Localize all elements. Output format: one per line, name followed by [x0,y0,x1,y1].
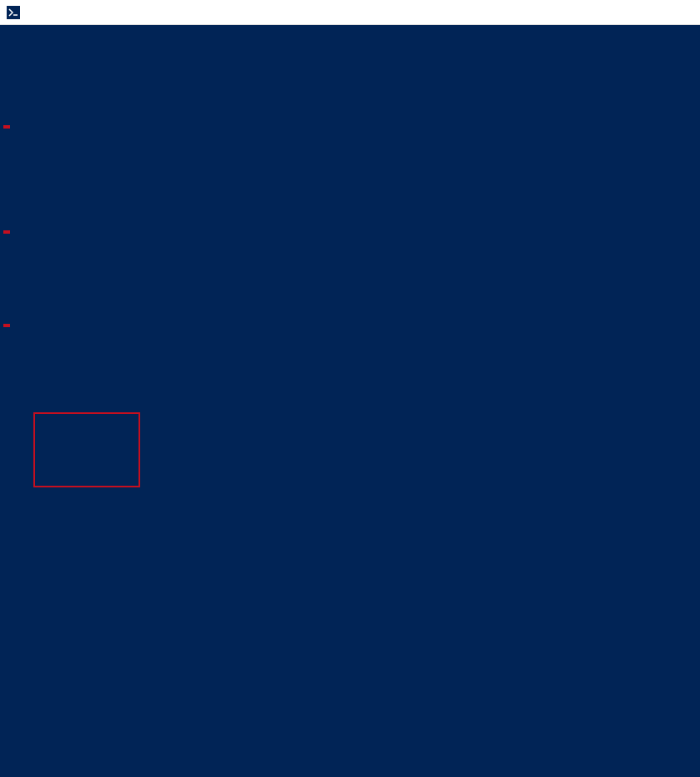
pm2-table [3,366,697,401]
powershell-icon [7,6,20,19]
su-command-line [3,225,697,237]
su-command-highlight [3,230,10,234]
pm2-command-line [3,319,697,330]
close-button[interactable] [662,0,700,25]
pm2-name-column-highlight [33,412,140,487]
ssh-command-line [3,120,697,132]
ssh-command-highlight [3,125,10,129]
window-titlebar[interactable] [0,0,700,25]
terminal-output[interactable] [0,25,700,449]
pm2-command-highlight [3,324,10,327]
maximize-button[interactable] [625,0,662,25]
minimize-button[interactable] [587,0,625,25]
